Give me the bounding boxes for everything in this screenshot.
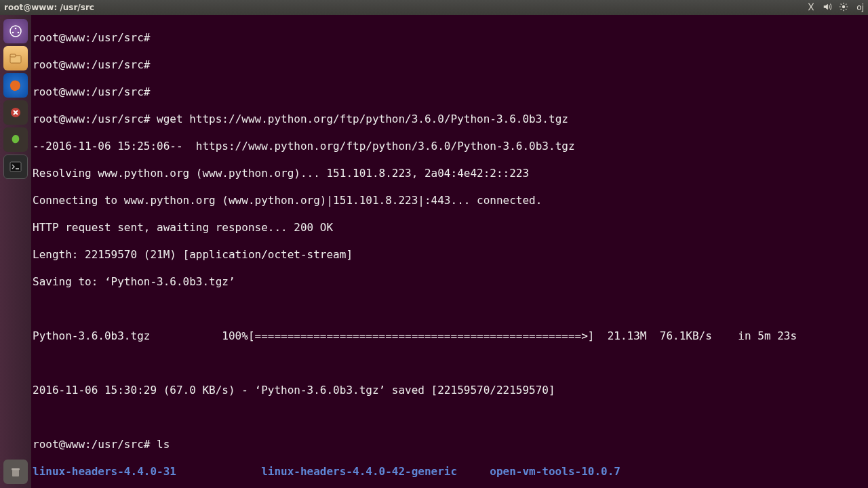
svg-rect-10: [12, 470, 19, 476]
sound-icon[interactable]: [823, 2, 832, 14]
dash-icon[interactable]: [3, 19, 28, 43]
prompt: root@www:/usr/src#: [33, 438, 150, 451]
cmd-ls: ls: [157, 438, 170, 451]
network-icon[interactable]: [806, 2, 816, 14]
menu-bar: root@www: /usr/src oj: [0, 0, 868, 15]
terminal-output[interactable]: root@www:/usr/src# root@www:/usr/src# ro…: [31, 15, 868, 488]
svg-rect-11: [12, 468, 20, 470]
wget-line: Resolving www.python.org (www.python.org…: [33, 167, 867, 180]
ls-dir: linux-headers-4.4.0-31: [33, 465, 261, 479]
svg-point-2: [15, 28, 17, 30]
prompt: root@www:/usr/src#: [33, 113, 150, 125]
wget-line: HTTP request sent, awaiting response... …: [33, 221, 867, 235]
cmd-wget: wget https://www.python.org/ftp/python/3…: [157, 113, 568, 125]
prompt: root@www:/usr/src#: [33, 31, 150, 44]
wget-line: Length: 22159570 (21M) [application/octe…: [33, 248, 867, 262]
wget-line: --2016-11-06 15:25:06-- https://www.pyth…: [33, 140, 867, 153]
firefox-icon[interactable]: [3, 73, 28, 98]
svg-point-0: [842, 5, 845, 7]
wget-progress: Python-3.6.0b3.tgz 100%[================…: [33, 329, 867, 343]
system-tray: oj: [806, 2, 864, 14]
app-icon-red[interactable]: [3, 100, 28, 125]
prompt: root@www:/usr/src#: [33, 85, 150, 98]
terminal-icon[interactable]: [3, 155, 28, 179]
wget-done: 2016-11-06 15:30:29 (67.0 KB/s) - ‘Pytho…: [33, 384, 867, 397]
ls-dir: linux-headers-4.4.0-42-generic: [261, 465, 490, 479]
user-indicator[interactable]: oj: [856, 3, 864, 12]
trash-icon[interactable]: [3, 460, 28, 484]
svg-point-4: [18, 32, 20, 34]
svg-point-3: [12, 32, 14, 34]
svg-rect-9: [10, 162, 21, 171]
wget-line: Saving to: ‘Python-3.6.0b3.tgz’: [33, 275, 867, 289]
svg-rect-6: [10, 54, 16, 57]
ls-dir: open-vm-tools-10.0.7: [490, 465, 620, 479]
svg-point-1: [10, 26, 21, 37]
wget-line: Connecting to www.python.org (www.python…: [33, 194, 867, 207]
settings-icon[interactable]: [839, 2, 848, 14]
prompt: root@www:/usr/src#: [33, 58, 150, 71]
unity-launcher: [0, 15, 31, 488]
files-icon[interactable]: [3, 46, 28, 70]
app-icon-green[interactable]: [3, 127, 28, 152]
window-title: root@www: /usr/src: [4, 3, 94, 12]
